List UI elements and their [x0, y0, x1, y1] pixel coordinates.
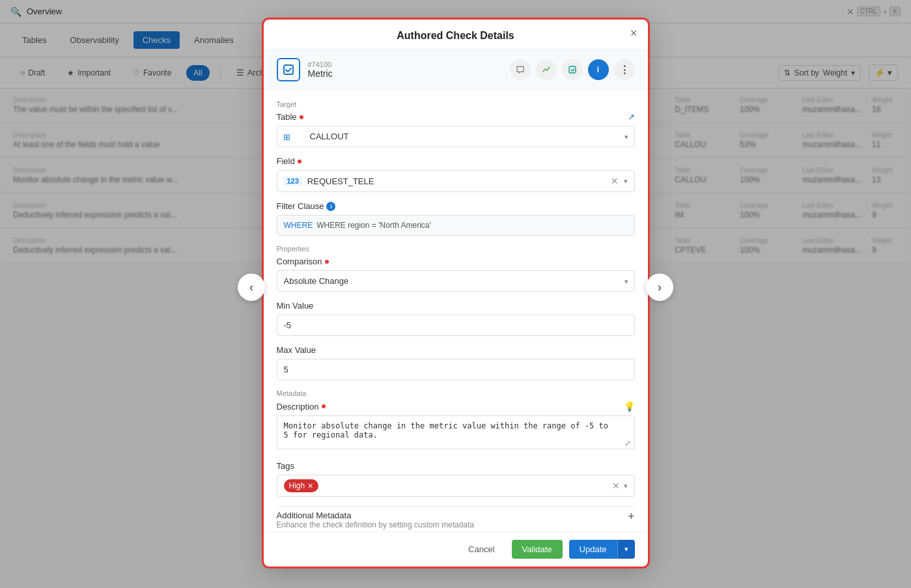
min-value-input[interactable]	[277, 315, 635, 336]
more-action-button[interactable]: ⋮	[614, 59, 635, 80]
max-value-input[interactable]	[277, 359, 635, 380]
update-dropdown-button[interactable]: ▾	[617, 540, 635, 559]
tag-label: High	[289, 481, 305, 490]
ai-bulb-icon[interactable]: 💡	[624, 401, 635, 412]
filter-clause-label: Filter Clause i	[277, 201, 635, 211]
field-label: Field	[277, 156, 635, 166]
additional-meta-subtitle: Enhance the check definition by setting …	[277, 520, 475, 529]
target-section-label: Target	[277, 100, 635, 108]
required-indicator	[300, 115, 303, 119]
update-button[interactable]: Update	[569, 540, 617, 559]
tags-form-group: Tags High ✕ ✕ ▾	[277, 461, 635, 497]
svg-rect-1	[569, 66, 576, 73]
check-id-name: #74100 Metric	[308, 61, 333, 79]
modal-close-button[interactable]: ×	[630, 27, 638, 39]
check-name: Metric	[308, 68, 333, 79]
description-textarea[interactable]: Monitor absolute change in the metric va…	[277, 415, 635, 449]
filter-clause-info-icon[interactable]: i	[326, 202, 335, 211]
field-type-badge: 123	[284, 176, 302, 186]
max-value-label: Max Value	[277, 345, 635, 355]
tags-dropdown-arrow[interactable]: ▾	[624, 482, 628, 490]
max-value-form-group: Max Value	[277, 345, 635, 380]
comparison-select-wrapper: Absolute Change	[277, 270, 635, 292]
cancel-button[interactable]: Cancel	[458, 540, 505, 559]
chart-action-button[interactable]	[536, 59, 557, 80]
additional-meta-text: Additional Metadata Enhance the check de…	[277, 511, 475, 529]
min-value-label: Min Value	[277, 301, 635, 311]
prev-button[interactable]: ‹	[238, 273, 265, 301]
field-dropdown-arrow[interactable]: ▾	[624, 177, 628, 186]
properties-section-label: Properties	[277, 245, 635, 253]
tags-clear-icon[interactable]: ✕	[612, 481, 620, 491]
description-label: Description 💡	[277, 401, 635, 412]
table-value: CALLOUT	[300, 132, 349, 141]
field-clear-icon[interactable]: ✕	[611, 176, 619, 186]
filter-clause-input[interactable]: WHERE WHERE region = 'North America'	[277, 215, 635, 236]
checklist-action-button[interactable]	[562, 59, 583, 80]
comparison-form-group: Comparison Absolute Change	[277, 257, 635, 292]
table-grid-icon: ⊞	[283, 132, 290, 141]
tag-remove-icon[interactable]: ✕	[307, 482, 313, 490]
info-action-button[interactable]: i	[588, 59, 609, 80]
comparison-select[interactable]: Absolute Change	[277, 270, 635, 292]
filter-value: WHERE region = 'North America'	[316, 221, 431, 230]
table-label: Table ↗	[277, 112, 635, 122]
description-wrapper: Monitor absolute change in the metric va…	[277, 415, 635, 452]
table-form-group: Table ↗ ⊞ CALLOUT ▾	[277, 112, 635, 147]
check-type-icon	[277, 58, 300, 81]
table-dropdown-arrow: ▾	[624, 132, 628, 141]
modal-title: Authored Check Details	[397, 30, 514, 41]
required-indicator	[325, 260, 329, 264]
table-select[interactable]: CALLOUT	[277, 126, 635, 147]
next-button[interactable]: ›	[646, 273, 673, 301]
additional-meta-title: Additional Metadata	[277, 511, 475, 520]
field-form-group: Field 123 REQUEST_TELE ✕ ▾	[277, 156, 635, 192]
add-metadata-button[interactable]: +	[628, 511, 635, 522]
check-id: #74100	[308, 61, 333, 68]
description-form-group: Description 💡 Monitor absolute change in…	[277, 401, 635, 452]
tag-high: High ✕	[284, 479, 319, 492]
expand-icon[interactable]: ⤢	[624, 439, 631, 448]
field-value: REQUEST_TELE	[307, 176, 374, 186]
required-indicator	[298, 160, 301, 163]
modal-dialog: Authored Check Details × #74100 Metric	[264, 20, 648, 567]
tags-label: Tags	[277, 461, 635, 471]
modal-body: Target Table ↗ ⊞ CALLOUT ▾ Field	[264, 90, 648, 531]
tags-input[interactable]: High ✕ ✕ ▾	[277, 475, 635, 497]
check-actions: i ⋮	[510, 59, 635, 80]
comparison-label: Comparison	[277, 257, 635, 266]
metadata-section-label: Metadata	[277, 389, 635, 397]
field-select[interactable]: 123 REQUEST_TELE ✕ ▾	[277, 170, 635, 192]
additional-metadata-section: Additional Metadata Enhance the check de…	[277, 506, 635, 531]
required-indicator	[322, 404, 326, 408]
validate-button[interactable]: Validate	[512, 540, 563, 559]
modal-header: Authored Check Details ×	[264, 20, 648, 50]
modal-footer: Cancel Validate Update ▾	[264, 531, 648, 567]
filter-keyword: WHERE	[284, 221, 313, 230]
min-value-form-group: Min Value	[277, 301, 635, 336]
table-select-wrapper: ⊞ CALLOUT ▾	[277, 126, 635, 147]
check-header: #74100 Metric i	[264, 50, 648, 90]
table-goto-icon[interactable]: ↗	[628, 112, 635, 122]
update-button-group: Update ▾	[569, 540, 635, 559]
comment-action-button[interactable]	[510, 59, 531, 80]
filter-clause-form-group: Filter Clause i WHERE WHERE region = 'No…	[277, 201, 635, 236]
